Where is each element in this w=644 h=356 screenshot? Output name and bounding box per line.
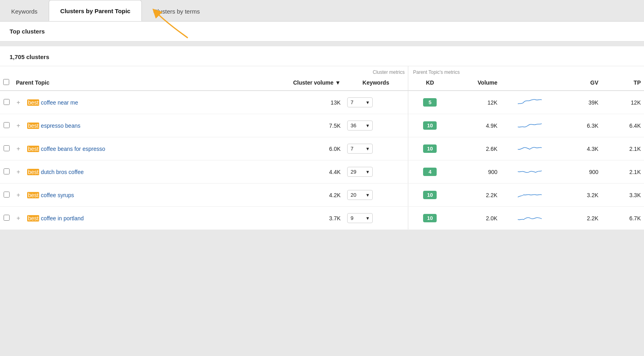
keywords-dropdown-5[interactable]: 9 ▾ (347, 213, 373, 223)
row-cluster-volume-1: 7.5K (240, 114, 344, 137)
th-gv: GV (559, 76, 602, 91)
tab-keywords[interactable]: Keywords (0, 1, 49, 21)
kd-badge-2: 10 (423, 144, 437, 153)
row-kd-3: 4 (408, 160, 450, 184)
sparkline-chart-1 (504, 119, 556, 132)
row-tp-0: 12K (602, 91, 644, 114)
kd-badge-1: 10 (423, 121, 437, 130)
row-cluster-volume-0: 13K (240, 91, 344, 114)
row-expand-5[interactable]: + (13, 207, 24, 230)
keyword-link-1[interactable]: best espresso beans (27, 123, 80, 129)
row-sparkline-4 (501, 184, 559, 207)
row-checkbox-0[interactable] (4, 99, 10, 105)
sparkline-chart-2 (504, 142, 556, 155)
table-row: + best espresso beans 7.5K 36 ▾ 10 4.9K … (0, 114, 644, 137)
keyword-link-2[interactable]: best coffee beans for espresso (27, 146, 105, 152)
row-expand-4[interactable]: + (13, 184, 24, 207)
keywords-dropdown-2[interactable]: 7 ▾ (347, 144, 373, 154)
row-checkbox-3[interactable] (4, 168, 10, 174)
row-expand-0[interactable]: + (13, 91, 24, 114)
row-keyword-5: best coffee in portland (24, 207, 240, 230)
row-gv-3: 900 (559, 160, 602, 184)
row-tp-3: 2.1K (602, 160, 644, 184)
table-row: + best coffee in portland 3.7K 9 ▾ 10 2.… (0, 207, 644, 230)
row-expand-2[interactable]: + (13, 137, 24, 160)
row-checkbox-cell (0, 91, 13, 114)
table-row: + best coffee syrups 4.2K 20 ▾ 10 2.2K 3… (0, 184, 644, 207)
row-expand-1[interactable]: + (13, 114, 24, 137)
row-volume-3: 900 (450, 160, 501, 184)
row-checkbox-5[interactable] (4, 215, 10, 221)
keywords-dropdown-3[interactable]: 29 ▾ (347, 167, 373, 177)
row-gv-0: 39K (559, 91, 602, 114)
kd-badge-3: 4 (423, 168, 437, 176)
parent-metrics-label: Parent Topic's metrics (408, 66, 601, 76)
row-cluster-volume-2: 6.0K (240, 137, 344, 160)
row-volume-2: 2.6K (450, 137, 501, 160)
row-keywords-dropdown-1: 36 ▾ (344, 114, 408, 137)
keyword-highlight-0: best (27, 99, 39, 106)
kd-badge-5: 10 (423, 214, 437, 222)
row-keyword-0: best coffee near me (24, 91, 240, 114)
keyword-link-3[interactable]: best dutch bros coffee (27, 169, 84, 175)
top-clusters-bar: Top clusters (0, 22, 644, 42)
keyword-link-0[interactable]: best coffee near me (27, 99, 78, 106)
row-checkbox-cell (0, 137, 13, 160)
keywords-dropdown-0[interactable]: 7 ▾ (347, 97, 373, 107)
tab-clusters-terms[interactable]: Clusters by terms (142, 1, 211, 21)
th-cluster-volume: Cluster volume ▼ (240, 76, 344, 91)
row-cluster-volume-3: 4.4K (240, 160, 344, 184)
keyword-highlight-4: best (27, 192, 39, 198)
row-checkbox-cell (0, 160, 13, 184)
keyword-link-5[interactable]: best coffee in portland (27, 215, 84, 222)
cluster-metrics-label: Cluster metrics (240, 66, 408, 76)
th-kd: KD (408, 76, 450, 91)
th-parent-topic: Parent Topic (13, 76, 240, 91)
row-sparkline-3 (501, 160, 559, 184)
row-keywords-dropdown-5: 9 ▾ (344, 207, 408, 230)
row-kd-0: 5 (408, 91, 450, 114)
row-keywords-dropdown-4: 20 ▾ (344, 184, 408, 207)
row-kd-1: 10 (408, 114, 450, 137)
row-checkbox-1[interactable] (4, 122, 10, 128)
keyword-link-4[interactable]: best coffee syrups (27, 192, 74, 198)
row-gv-1: 6.3K (559, 114, 602, 137)
th-checkbox (0, 76, 13, 91)
table-row: + best dutch bros coffee 4.4K 29 ▾ 4 900… (0, 160, 644, 184)
row-checkbox-cell (0, 114, 13, 137)
row-checkbox-cell (0, 184, 13, 207)
row-keywords-dropdown-2: 7 ▾ (344, 137, 408, 160)
select-all-checkbox[interactable] (3, 79, 9, 85)
row-expand-3[interactable]: + (13, 160, 24, 184)
kd-badge-4: 10 (423, 191, 437, 199)
sparkline-chart-5 (504, 212, 556, 225)
sparkline-chart-3 (504, 165, 556, 178)
row-tp-5: 6.7K (602, 207, 644, 230)
keywords-dropdown-4[interactable]: 20 ▾ (347, 190, 373, 200)
row-volume-5: 2.0K (450, 207, 501, 230)
row-gv-4: 3.2K (559, 184, 602, 207)
top-clusters-label: Top clusters (10, 28, 45, 35)
row-kd-5: 10 (408, 207, 450, 230)
row-checkbox-cell (0, 207, 13, 230)
th-tp: TP (602, 76, 644, 91)
sparkline-chart-4 (504, 188, 556, 202)
keyword-highlight-5: best (27, 215, 39, 222)
cluster-count: 1,705 clusters (0, 46, 644, 66)
row-checkbox-2[interactable] (4, 145, 10, 151)
col-header-row: Parent Topic Cluster volume ▼ Keywords K… (0, 76, 644, 91)
row-volume-0: 12K (450, 91, 501, 114)
row-gv-5: 2.2K (559, 207, 602, 230)
row-sparkline-2 (501, 137, 559, 160)
row-keywords-dropdown-0: 7 ▾ (344, 91, 408, 114)
row-kd-2: 10 (408, 137, 450, 160)
row-kd-4: 10 (408, 184, 450, 207)
row-checkbox-4[interactable] (4, 192, 10, 198)
row-keyword-4: best coffee syrups (24, 184, 240, 207)
keywords-dropdown-1[interactable]: 36 ▾ (347, 121, 373, 131)
keyword-highlight-3: best (27, 169, 39, 175)
row-volume-1: 4.9K (450, 114, 501, 137)
row-sparkline-0 (501, 91, 559, 114)
tab-clusters-parent[interactable]: Clusters by Parent Topic (49, 0, 142, 21)
keyword-highlight-1: best (27, 123, 39, 129)
